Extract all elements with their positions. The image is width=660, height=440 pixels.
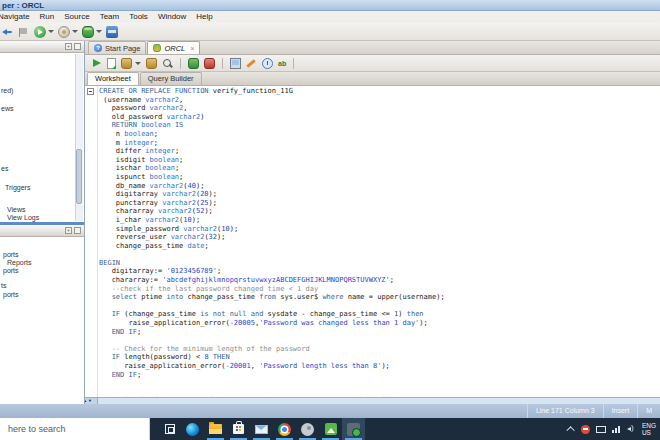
code-token (99, 121, 112, 129)
connections-db-icon[interactable] (82, 26, 94, 38)
code-token: verify_function_11G (209, 87, 293, 95)
taskbar-button-file-explorer[interactable] (204, 418, 227, 440)
commit-icon[interactable] (188, 58, 199, 69)
menu-tools[interactable]: Tools (124, 11, 153, 23)
code-token: ); (381, 362, 389, 370)
history-icon[interactable] (262, 58, 273, 69)
tree-item[interactable]: Triggers (5, 184, 30, 191)
main-area: + red)ewsesTriggersViewsView Logs + port… (0, 41, 660, 404)
close-icon[interactable]: × (190, 45, 194, 52)
code-editor[interactable]: CREATE OR REPLACE FUNCTION verify_functi… (85, 86, 660, 404)
connections-panel-header[interactable]: + (0, 41, 84, 53)
tray-expand-icon[interactable] (566, 426, 574, 434)
taskbar-button-task-view[interactable] (158, 418, 181, 440)
compare-icon[interactable] (106, 26, 118, 38)
panel-minimize-icon[interactable] (74, 43, 81, 50)
taskbar-button-sql-developer[interactable] (342, 418, 365, 440)
menu-window[interactable]: Window (153, 11, 191, 23)
code-token: i_char (99, 216, 145, 224)
status-line-171-column-3: Line 171 Column 3 (527, 404, 603, 418)
code-line: differ integer; (85, 147, 660, 156)
connections-scrollbar[interactable] (75, 54, 83, 221)
tree-item[interactable]: ports (3, 267, 19, 274)
tree-item[interactable]: ews (1, 105, 13, 112)
scrollbar-thumb[interactable] (76, 149, 82, 204)
tree-item[interactable]: ports (3, 291, 19, 298)
subtab-worksheet[interactable]: Worksheet (87, 72, 139, 85)
clear-icon[interactable] (246, 58, 257, 69)
dropdown-caret-icon[interactable] (135, 62, 141, 65)
menu-navigate[interactable]: Navigate (0, 11, 35, 23)
tab-label: ORCL (164, 44, 185, 53)
run-icon[interactable] (34, 26, 46, 38)
window-titlebar[interactable]: per : ORCL (0, 0, 660, 11)
reports-panel-header[interactable]: + (0, 225, 84, 237)
tuning-icon[interactable] (162, 58, 173, 69)
taskbar-button-store[interactable] (227, 418, 250, 440)
editor-tab-orcl[interactable]: ORCL× (147, 41, 200, 54)
volume-icon[interactable] (627, 425, 636, 433)
tree-item[interactable]: ts (1, 282, 6, 289)
code-line: select ptime into change_pass_time from … (85, 293, 660, 302)
editor-horizontal-scrollbar[interactable]: ▲▼ (85, 397, 660, 404)
code-token: ischar (99, 164, 145, 172)
menu-help[interactable]: Help (191, 11, 217, 23)
debug-icon[interactable] (58, 26, 70, 38)
panel-add-icon[interactable]: + (65, 43, 72, 50)
run-script-icon[interactable] (107, 58, 116, 69)
monitor-icon[interactable] (230, 58, 241, 69)
code-token: reverse_user (99, 233, 171, 241)
autotrace-icon[interactable] (121, 58, 132, 69)
taskbar-button-edge[interactable] (181, 418, 204, 440)
editor-tab-start-page[interactable]: ?Start Page (88, 41, 146, 54)
panel-add-icon[interactable]: + (65, 227, 72, 234)
menu-source[interactable]: Source (59, 11, 94, 23)
forward-icon[interactable] (18, 26, 30, 38)
back-icon[interactable] (2, 26, 14, 38)
window-title: per : ORCL (2, 1, 44, 10)
tree-item[interactable]: View Logs (7, 214, 39, 221)
code-token: where (322, 293, 343, 301)
tree-item[interactable]: red) (1, 87, 13, 94)
run-statement-icon[interactable] (91, 58, 102, 69)
code-line: simple_password varchar2(10); (85, 225, 660, 234)
dropdown-caret-icon[interactable] (96, 30, 102, 33)
taskbar-button-mail[interactable] (250, 418, 273, 440)
code-line: (username varchar2, (85, 96, 660, 105)
code-token: ); (209, 190, 217, 198)
code-line: ispunct boolean; (85, 173, 660, 182)
taskbar-button-photos[interactable] (319, 418, 342, 440)
dropdown-caret-icon[interactable] (72, 30, 78, 33)
security-status-icon[interactable] (581, 425, 590, 434)
taskbar-button-chrome[interactable] (273, 418, 296, 440)
display-icon[interactable] (596, 426, 606, 433)
code-token: -20005 (230, 319, 255, 327)
taskbar-search-input[interactable]: here to search (0, 418, 150, 440)
dropdown-caret-icon[interactable] (48, 30, 54, 33)
language-indicator[interactable]: ENG US (642, 422, 656, 436)
code-token: IF (112, 310, 120, 318)
panel-minimize-icon[interactable] (74, 227, 81, 234)
menu-run[interactable]: Run (35, 11, 60, 23)
code-fold-icon[interactable] (87, 88, 94, 95)
screen: per : ORCL NavigateRunSourceTeamToolsWin… (0, 0, 660, 440)
code-token: ; (179, 173, 183, 181)
code-token: boolean (124, 130, 154, 138)
menu-team[interactable]: Team (95, 11, 125, 23)
tree-item[interactable]: Views (7, 206, 26, 213)
translate-icon[interactable]: ab (278, 58, 286, 69)
taskbar-button-paint[interactable] (296, 418, 319, 440)
code-token: db_name (99, 182, 150, 190)
tree-item[interactable]: Reports (7, 259, 32, 266)
explain-plan-icon[interactable] (146, 58, 157, 69)
network-icon[interactable] (612, 425, 621, 433)
code-token: -- Check for the minimum length of the p… (99, 345, 310, 353)
rollback-icon[interactable] (204, 58, 215, 69)
code-token: ; (217, 267, 221, 275)
tree-item[interactable]: es (1, 165, 8, 172)
code-token: sys.user$ (276, 293, 322, 301)
code-token: then (407, 310, 424, 318)
subtab-query-builder[interactable]: Query Builder (140, 72, 202, 85)
tree-item[interactable]: ports (3, 251, 19, 258)
code-content[interactable]: CREATE OR REPLACE FUNCTION verify_functi… (85, 87, 660, 398)
